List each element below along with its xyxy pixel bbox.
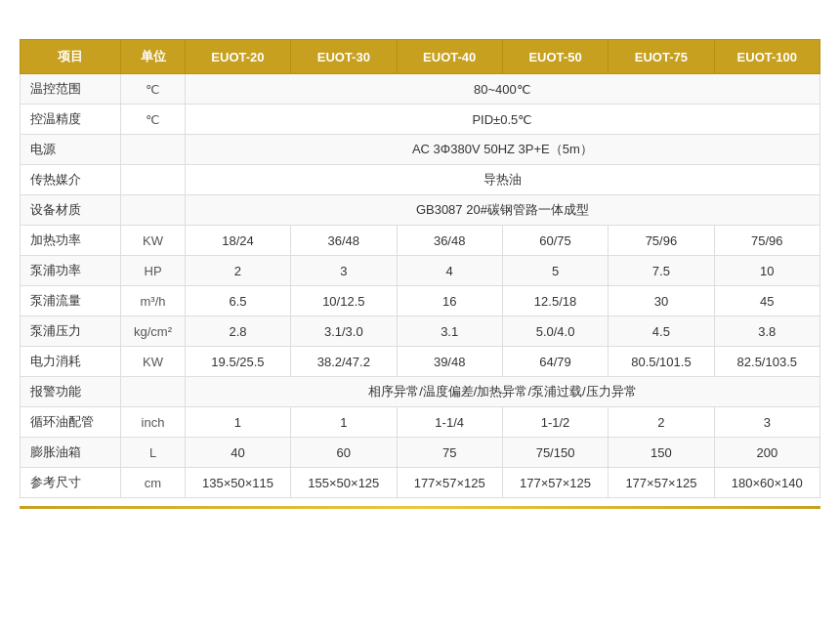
row-value-4: 75/96 — [609, 226, 714, 256]
row-value-2: 177×57×125 — [397, 468, 502, 498]
row-unit: L — [121, 438, 186, 468]
row-label: 膨胀油箱 — [21, 438, 121, 468]
row-value-2: 39/48 — [397, 347, 502, 377]
row-unit: cm — [121, 468, 186, 498]
row-value-4: 30 — [609, 286, 714, 316]
col-header-euot75: EUOT-75 — [609, 40, 714, 74]
row-value-5: 3.8 — [714, 316, 819, 347]
row-value-4: 7.5 — [609, 256, 714, 286]
row-value-3: 64/79 — [502, 347, 608, 377]
table-row: 电源AC 3Φ380V 50HZ 3P+E（5m） — [21, 135, 820, 165]
row-value-3: 75/150 — [502, 438, 608, 468]
row-value-4: 2 — [609, 407, 714, 438]
row-value-4: 4.5 — [609, 316, 714, 347]
row-colspan-value: 相序异常/温度偏差/加热异常/泵浦过载/压力异常 — [185, 377, 819, 407]
row-unit — [121, 195, 186, 226]
row-value-2: 75 — [397, 438, 502, 468]
row-value-3: 12.5/18 — [502, 286, 608, 316]
row-value-4: 177×57×125 — [609, 468, 714, 498]
row-unit: ℃ — [121, 105, 186, 135]
row-value-0: 1 — [185, 407, 290, 438]
row-value-0: 18/24 — [185, 226, 290, 256]
row-value-5: 75/96 — [714, 226, 819, 256]
row-value-1: 60 — [291, 438, 397, 468]
row-value-1: 1 — [291, 407, 397, 438]
row-value-5: 180×60×140 — [714, 468, 819, 498]
row-label: 设备材质 — [21, 195, 121, 226]
table-row: 泵浦压力kg/cm²2.83.1/3.03.15.0/4.04.53.8 — [21, 316, 820, 347]
row-colspan-value: GB3087 20#碳钢管路一体成型 — [185, 195, 819, 226]
row-label: 循环油配管 — [21, 407, 121, 438]
row-value-3: 177×57×125 — [502, 468, 608, 498]
table-row: 设备材质GB3087 20#碳钢管路一体成型 — [21, 195, 820, 226]
row-value-3: 5.0/4.0 — [502, 316, 608, 347]
row-value-4: 150 — [609, 438, 714, 468]
row-label: 泵浦压力 — [21, 316, 121, 347]
row-label: 泵浦功率 — [21, 256, 121, 286]
row-value-2: 16 — [397, 286, 502, 316]
row-unit: KW — [121, 347, 186, 377]
table-row: 传热媒介导热油 — [21, 165, 820, 195]
row-unit: ℃ — [121, 74, 186, 105]
row-label: 温控范围 — [21, 74, 121, 105]
row-unit: KW — [121, 226, 186, 256]
row-value-0: 19.5/25.5 — [185, 347, 290, 377]
row-value-0: 40 — [185, 438, 290, 468]
row-value-5: 45 — [714, 286, 819, 316]
row-value-0: 135×50×115 — [185, 468, 290, 498]
row-colspan-value: PID±0.5℃ — [185, 105, 819, 135]
row-label: 电源 — [21, 135, 121, 165]
row-value-2: 36/48 — [397, 226, 502, 256]
row-colspan-value: 导热油 — [185, 165, 819, 195]
bottom-decoration-line — [20, 506, 820, 509]
col-header-euot20: EUOT-20 — [185, 40, 290, 74]
col-header-euot30: EUOT-30 — [291, 40, 397, 74]
table-row: 膨胀油箱L40607575/150150200 — [21, 438, 820, 468]
col-header-euot50: EUOT-50 — [502, 40, 608, 74]
row-value-1: 155×50×125 — [291, 468, 397, 498]
row-value-0: 2.8 — [185, 316, 290, 347]
row-value-2: 1-1/4 — [397, 407, 502, 438]
table-row: 温控范围℃80~400℃ — [21, 74, 820, 105]
table-row: 泵浦流量m³/h6.510/12.51612.5/183045 — [21, 286, 820, 316]
parameter-table: 项目单位EUOT-20EUOT-30EUOT-40EUOT-50EUOT-75E… — [20, 39, 820, 498]
row-unit: inch — [121, 407, 186, 438]
table-row: 循环油配管inch111-1/41-1/223 — [21, 407, 820, 438]
col-header-label: 项目 — [21, 40, 121, 74]
row-label: 参考尺寸 — [21, 468, 121, 498]
parameter-table-wrapper: 项目单位EUOT-20EUOT-30EUOT-40EUOT-50EUOT-75E… — [20, 39, 820, 498]
row-value-5: 82.5/103.5 — [714, 347, 819, 377]
row-value-2: 3.1 — [397, 316, 502, 347]
row-unit: HP — [121, 256, 186, 286]
row-colspan-value: AC 3Φ380V 50HZ 3P+E（5m） — [185, 135, 819, 165]
row-value-0: 6.5 — [185, 286, 290, 316]
row-label: 加热功率 — [21, 226, 121, 256]
row-label: 传热媒介 — [21, 165, 121, 195]
row-unit — [121, 377, 186, 407]
row-value-1: 36/48 — [291, 226, 397, 256]
row-value-5: 10 — [714, 256, 819, 286]
col-header-euot100: EUOT-100 — [714, 40, 819, 74]
row-value-3: 5 — [502, 256, 608, 286]
row-label: 控温精度 — [21, 105, 121, 135]
row-label: 电力消耗 — [21, 347, 121, 377]
row-value-2: 4 — [397, 256, 502, 286]
row-colspan-value: 80~400℃ — [185, 74, 819, 105]
row-value-1: 38.2/47.2 — [291, 347, 397, 377]
row-value-5: 200 — [714, 438, 819, 468]
row-value-4: 80.5/101.5 — [609, 347, 714, 377]
row-unit — [121, 135, 186, 165]
table-row: 控温精度℃PID±0.5℃ — [21, 105, 820, 135]
row-unit — [121, 165, 186, 195]
row-value-0: 2 — [185, 256, 290, 286]
row-value-5: 3 — [714, 407, 819, 438]
col-header-单位: 单位 — [121, 40, 186, 74]
row-value-1: 3.1/3.0 — [291, 316, 397, 347]
row-value-3: 1-1/2 — [502, 407, 608, 438]
table-row: 加热功率KW18/2436/4836/4860/7575/9675/96 — [21, 226, 820, 256]
row-value-1: 3 — [291, 256, 397, 286]
table-row: 泵浦功率HP23457.510 — [21, 256, 820, 286]
table-row: 报警功能相序异常/温度偏差/加热异常/泵浦过载/压力异常 — [21, 377, 820, 407]
col-header-euot40: EUOT-40 — [397, 40, 502, 74]
table-row: 电力消耗KW19.5/25.538.2/47.239/4864/7980.5/1… — [21, 347, 820, 377]
